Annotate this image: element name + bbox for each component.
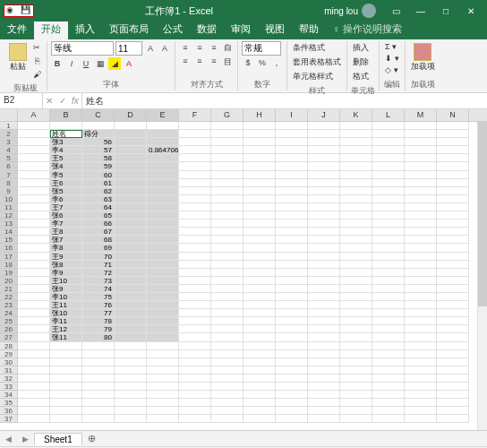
cell[interactable] <box>276 399 308 407</box>
cell[interactable] <box>308 130 340 138</box>
cell[interactable] <box>405 293 437 301</box>
addins-button[interactable]: 加载项 <box>409 41 437 74</box>
cell[interactable] <box>147 171 179 179</box>
cell[interactable] <box>340 383 372 391</box>
cell[interactable] <box>276 154 308 162</box>
formula-input[interactable]: 姓名 <box>82 93 487 108</box>
cell[interactable] <box>437 146 469 154</box>
cell[interactable] <box>244 325 276 333</box>
cell[interactable] <box>211 154 244 162</box>
cell[interactable] <box>18 342 50 350</box>
cell[interactable] <box>405 399 437 407</box>
cell[interactable] <box>276 350 308 358</box>
cell[interactable]: 李8 <box>50 244 82 252</box>
increase-font-icon[interactable]: A <box>144 42 157 55</box>
paste-button[interactable]: 粘贴 <box>7 41 29 74</box>
cell[interactable] <box>372 244 405 252</box>
cell[interactable] <box>18 317 50 325</box>
cell[interactable] <box>211 383 244 391</box>
row-header[interactable]: 22 <box>0 293 18 301</box>
cell[interactable] <box>308 187 340 195</box>
insert-cells-button[interactable]: 插入 <box>351 41 371 55</box>
cell[interactable] <box>276 171 308 179</box>
cell[interactable]: 65 <box>82 211 115 220</box>
cell[interactable] <box>211 277 244 285</box>
cell[interactable]: 李9 <box>50 269 82 277</box>
cell[interactable] <box>276 415 308 423</box>
cell[interactable]: 67 <box>82 228 115 236</box>
cell[interactable] <box>276 130 308 138</box>
cell[interactable] <box>82 407 115 415</box>
row-header[interactable]: 24 <box>0 309 18 317</box>
cell[interactable] <box>340 415 372 423</box>
cell[interactable] <box>437 253 469 261</box>
cell[interactable] <box>372 301 405 309</box>
col-header-B[interactable]: B <box>50 109 82 121</box>
cell[interactable] <box>276 277 308 285</box>
user-account[interactable]: ming lou <box>324 4 376 18</box>
cell[interactable] <box>340 366 372 375</box>
cell[interactable] <box>308 261 340 269</box>
cell[interactable] <box>340 399 372 407</box>
cell[interactable] <box>308 325 340 333</box>
sheet-nav-next-icon[interactable]: ▶ <box>17 435 34 444</box>
cell[interactable]: 77 <box>82 309 115 317</box>
cell[interactable] <box>115 195 147 203</box>
cell[interactable] <box>115 375 147 383</box>
row-header[interactable]: 28 <box>0 342 18 350</box>
cell[interactable] <box>115 407 147 415</box>
cell[interactable] <box>405 325 437 333</box>
align-right-icon[interactable]: ≡ <box>208 55 220 67</box>
cell[interactable] <box>244 179 276 187</box>
font-color-icon[interactable]: A <box>123 57 135 70</box>
cell[interactable] <box>276 261 308 269</box>
cell[interactable] <box>340 236 372 244</box>
cell[interactable] <box>244 138 276 146</box>
align-left-icon[interactable]: ≡ <box>179 55 192 67</box>
col-header-A[interactable]: A <box>18 109 50 121</box>
cell[interactable] <box>405 415 437 423</box>
cell[interactable] <box>147 285 179 293</box>
cell[interactable] <box>211 317 244 325</box>
cell[interactable] <box>405 162 437 170</box>
cell[interactable] <box>308 195 340 203</box>
cell[interactable] <box>405 146 437 154</box>
cell[interactable] <box>211 203 244 211</box>
cell[interactable] <box>437 309 469 317</box>
cell[interactable] <box>244 277 276 285</box>
cell[interactable] <box>211 171 244 179</box>
cell[interactable] <box>308 236 340 244</box>
cell[interactable] <box>115 277 147 285</box>
cell[interactable] <box>276 122 308 130</box>
cell[interactable] <box>372 407 405 415</box>
cell[interactable] <box>18 366 50 375</box>
cell[interactable] <box>115 211 147 220</box>
cell[interactable] <box>372 285 405 293</box>
minimize-icon[interactable]: — <box>408 2 433 20</box>
cell[interactable]: 66 <box>82 220 115 228</box>
sheet-nav-prev-icon[interactable]: ◀ <box>0 435 17 444</box>
cell[interactable] <box>437 399 469 407</box>
col-header-E[interactable]: E <box>147 109 179 121</box>
cell[interactable] <box>18 309 50 317</box>
cell[interactable] <box>340 277 372 285</box>
cell[interactable] <box>308 171 340 179</box>
cell[interactable] <box>276 146 308 154</box>
cell[interactable] <box>244 399 276 407</box>
cell[interactable] <box>179 220 211 228</box>
cell[interactable] <box>115 220 147 228</box>
cell[interactable]: 李7 <box>50 220 82 228</box>
cell[interactable]: 61 <box>82 179 115 187</box>
cell[interactable] <box>211 130 244 138</box>
cell[interactable] <box>437 269 469 277</box>
cell[interactable] <box>50 415 82 423</box>
tab-插入[interactable]: 插入 <box>68 22 102 39</box>
cell[interactable] <box>18 244 50 252</box>
cell[interactable] <box>147 375 179 383</box>
cell[interactable] <box>18 285 50 293</box>
cell[interactable] <box>244 383 276 391</box>
cell[interactable] <box>82 350 115 358</box>
cell[interactable] <box>211 342 244 350</box>
cell[interactable] <box>437 122 469 130</box>
cell[interactable] <box>179 342 211 350</box>
